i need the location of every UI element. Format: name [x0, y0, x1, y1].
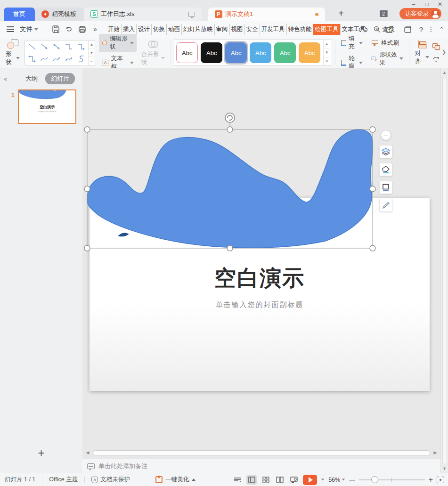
menu-item-view[interactable]: 视图 [229, 24, 244, 35]
scroll-down-icon[interactable]: ▼ [442, 466, 447, 471]
horizontal-scrollbar[interactable]: ◀ ▶ [82, 449, 440, 456]
line-shape-arrow[interactable] [38, 40, 50, 53]
zoom-level[interactable]: 56% [328, 477, 345, 483]
slide-thumbnail[interactable]: 空白演示 单击输入您的封面副标题 [18, 89, 76, 124]
quick-outline-button[interactable] [379, 181, 392, 194]
view-sorter-button[interactable] [261, 475, 271, 485]
tab-spreadsheet[interactable]: S 工作日志.xls [84, 8, 202, 21]
quick-brush-button[interactable] [379, 199, 392, 212]
horizontal-scroll-thumb[interactable] [93, 450, 430, 455]
menu-item-insert[interactable]: 插入 [121, 24, 136, 35]
close-button[interactable]: ✕ [437, 1, 443, 8]
scroll-left-icon[interactable]: ◀ [84, 450, 91, 455]
curve-arrow-connector[interactable] [50, 53, 63, 65]
file-menu-button[interactable]: 文件 [17, 25, 41, 33]
quick-fill-button[interactable] [379, 163, 392, 176]
monitor-icon[interactable] [188, 12, 195, 17]
zoom-in-button[interactable]: + [429, 476, 433, 484]
tab-presentation[interactable]: P 演示文稿1 [208, 8, 325, 21]
notes-bar[interactable]: 单击此处添加备注 [82, 459, 440, 473]
collapse-panel-icon[interactable]: « [4, 75, 13, 82]
style-scroll-down-icon[interactable]: ▼ [324, 48, 330, 57]
fill-button[interactable]: 填充 [338, 34, 366, 52]
menu-item-slideshow[interactable]: 幻灯片放映 [181, 24, 214, 35]
menu-item-features[interactable]: 特色功能 [286, 24, 313, 35]
theme-indicator[interactable]: Office 主题 [49, 476, 78, 484]
style-preset-lightblue[interactable]: Abc [250, 42, 271, 63]
align-button[interactable]: 对齐 [412, 40, 432, 66]
menu-item-design[interactable]: 设计 [136, 24, 151, 35]
fit-screen-icon[interactable] [437, 477, 444, 483]
menu-item-review[interactable]: 审阅 [214, 24, 229, 35]
play-slideshow-button[interactable] [303, 475, 317, 485]
elbow-arrow-connector[interactable] [75, 40, 87, 53]
tab-home[interactable]: 首页 [4, 8, 35, 21]
elbow-double-arrow-connector[interactable] [26, 53, 38, 65]
gallery-scroll-down-icon[interactable]: ▼ [89, 49, 95, 57]
menu-item-animation[interactable]: 动画 [166, 24, 181, 35]
print-button[interactable] [77, 24, 87, 34]
zoom-slider[interactable] [359, 475, 425, 485]
tab-slides[interactable]: 幻灯片 [45, 73, 75, 84]
slide[interactable]: 空白演示 单击输入您的封面副标题 [90, 198, 430, 391]
menu-item-devtools[interactable]: 开发工具 [260, 24, 286, 35]
style-scroll-up-icon[interactable]: ▲ [324, 40, 330, 48]
cloud-sync-icon[interactable] [358, 24, 369, 34]
menu-item-transition[interactable]: 切换 [151, 24, 166, 35]
tab-count-badge[interactable]: 2 [380, 10, 388, 17]
freeform-curve[interactable] [75, 53, 87, 65]
cloud-dropdown-icon[interactable] [375, 28, 378, 30]
beautify-button[interactable]: 一键美化 [155, 476, 195, 484]
collapse-toolbar-button[interactable]: – [381, 130, 391, 140]
shape-effects-button[interactable]: 形状效果 [368, 50, 406, 68]
elbow-connector[interactable] [63, 40, 75, 53]
view-normal-button[interactable] [246, 475, 257, 485]
view-reading-button[interactable] [275, 475, 285, 485]
slide-canvas[interactable]: 空白演示 单击输入您的封面副标题 [82, 68, 440, 459]
rotate-button[interactable] [432, 54, 445, 64]
gallery-more-icon[interactable]: ≡ [89, 57, 95, 65]
notes-toggle-button[interactable] [232, 475, 243, 485]
merge-shapes-button[interactable]: 合并形状 [138, 39, 168, 67]
line-shape-double-arrow[interactable] [50, 40, 63, 53]
tab-outline[interactable]: 大纲 [20, 73, 43, 84]
minimize-button[interactable]: – [410, 1, 417, 8]
style-preset-orange[interactable]: Abc [299, 42, 320, 63]
maximize-button[interactable]: □ [424, 1, 430, 8]
edit-shape-button[interactable]: 编辑形状 [99, 34, 137, 52]
zoom-out-button[interactable]: — [349, 477, 355, 483]
play-options-icon[interactable] [321, 479, 324, 481]
shapes-button[interactable]: 形状 [3, 39, 23, 67]
protection-status[interactable]: ✕ 文档未保护 [91, 476, 130, 484]
style-more-icon[interactable]: ≡ [324, 57, 330, 65]
menu-item-security[interactable]: 安全 [244, 24, 260, 35]
menu-item-start[interactable]: 开始 [106, 24, 121, 35]
layer-order-button[interactable] [379, 145, 392, 158]
new-tab-button[interactable]: + [335, 8, 347, 19]
undo-icon[interactable] [64, 24, 74, 34]
login-button[interactable]: 访客登录 [399, 8, 441, 19]
style-preset-blue[interactable]: Abc [225, 42, 247, 63]
style-preset-black[interactable]: Abc [201, 42, 222, 63]
curve-connector[interactable] [38, 53, 50, 65]
zoom-slider-knob[interactable] [371, 476, 378, 483]
new-window-icon[interactable] [403, 24, 413, 34]
hamburger-icon[interactable] [7, 26, 14, 32]
curve-double-arrow-connector[interactable] [63, 53, 75, 65]
slide-title[interactable]: 空白演示 [90, 264, 430, 293]
gallery-scroll-up-icon[interactable]: ▲ [89, 40, 95, 49]
style-preset-green[interactable]: Abc [274, 42, 296, 63]
scroll-right-icon[interactable]: ▶ [432, 450, 439, 455]
share-icon[interactable] [385, 24, 395, 34]
vertical-scroll-thumb[interactable] [442, 77, 447, 464]
collapse-ribbon-icon[interactable]: ⌃ [439, 26, 444, 33]
style-preset-outline[interactable]: Abc [176, 42, 198, 63]
add-slide-button[interactable]: + [0, 446, 82, 460]
scroll-up-icon[interactable]: ▲ [442, 70, 447, 75]
save-button[interactable] [50, 24, 61, 34]
vertical-scrollbar[interactable]: ▲ ▼ [440, 68, 448, 473]
more-quick-actions-icon[interactable]: » [90, 24, 100, 34]
format-painter-button[interactable]: 格式刷 [368, 38, 406, 48]
tab-templates[interactable]: ✦ 稻壳模板 [35, 8, 84, 21]
help-icon[interactable]: ? [419, 25, 423, 33]
